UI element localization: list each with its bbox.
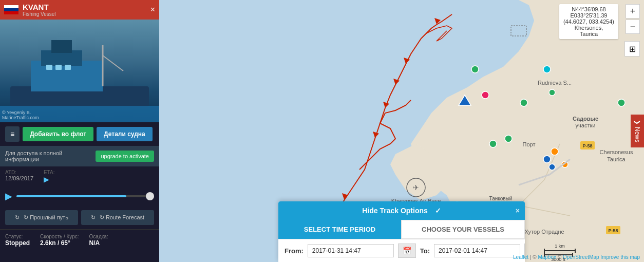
improve-map-link[interactable]: Improve this map: [600, 254, 640, 260]
vessel-info: KVANT Fishing Vessel: [23, 3, 146, 17]
menu-button[interactable]: ≡: [5, 126, 20, 142]
svg-point-41: [549, 164, 555, 170]
map-footer: Leaflet | © Mapbox © OpenStreetMap Impro…: [513, 254, 640, 260]
draft-item: Осадка: N/A: [89, 234, 108, 247]
status-value: Stopped: [5, 239, 30, 247]
svg-text:P-58: P-58: [608, 228, 618, 233]
vessel-image: © Yevgeniy B. MarineTraffic.com: [0, 20, 159, 122]
hide-track-check: ✓: [435, 207, 441, 215]
forecast-row: ↻ ↻ Прошлый путь ↻ ↻ Route Forecast: [0, 206, 159, 229]
tab-select-time-period[interactable]: SELECT TIME PERIOD: [278, 220, 401, 239]
svg-text:участки: участки: [576, 122, 596, 128]
status-row: Статус: Stopped Скорость / Курс: 2.6kn /…: [0, 229, 159, 251]
coord-line4: Khersones,: [563, 25, 614, 31]
svg-point-33: [549, 89, 555, 96]
svg-rect-3: [51, 40, 72, 53]
eta-item: ETA: ▶: [44, 170, 54, 183]
coord-line5: Taurica: [563, 31, 614, 37]
svg-text:✈: ✈: [413, 183, 419, 192]
ship-silhouette: [0, 30, 159, 122]
svg-text:Taurica: Taurica: [607, 156, 626, 162]
svg-text:1 km: 1 km: [555, 244, 565, 249]
atd-item: ATD: 12/09/2017: [5, 170, 33, 183]
draft-label: Осадка:: [89, 234, 108, 239]
past-route-button[interactable]: ↻ ↻ Прошлый путь: [5, 210, 78, 225]
svg-rect-9: [65, 65, 71, 70]
timeline-slider[interactable]: [16, 195, 154, 197]
map-layer-button[interactable]: ⊞: [624, 41, 640, 57]
news-button[interactable]: ❯ News: [631, 115, 644, 147]
news-chevron: ❯: [634, 120, 641, 125]
map-area[interactable]: P-58 P-58: [159, 0, 644, 262]
svg-text:Хутор Отрадне: Хутор Отрадне: [524, 229, 564, 235]
upgrade-text: Для доступа к полной информации: [5, 150, 90, 162]
voyage-row: ATD: 12/09/2017 ETA: ▶: [0, 166, 159, 186]
svg-text:P-58: P-58: [582, 143, 592, 148]
to-date-input[interactable]: [434, 244, 520, 257]
svg-point-32: [520, 99, 527, 106]
zoom-out-button[interactable]: −: [626, 20, 640, 34]
route-forecast-icon: ↻: [91, 214, 96, 221]
svg-text:Танковый: Танковый: [489, 196, 513, 201]
past-route-icon: ↻: [15, 214, 20, 221]
atd-value: 12/09/2017: [5, 175, 33, 181]
svg-text:Rudnieva S...: Rudnieva S...: [538, 80, 572, 86]
slider-fill: [16, 195, 126, 197]
from-calendar-button[interactable]: 📅: [398, 244, 416, 258]
route-forecast-label: ↻ Route Forecast: [100, 214, 144, 221]
mapbox-link[interactable]: Mapbox: [538, 254, 556, 260]
vessel-type: Fishing Vessel: [23, 11, 146, 17]
slider-thumb[interactable]: [146, 192, 154, 200]
draft-value: N/A: [89, 239, 108, 247]
coord-line3: (44.6027, 033.4254): [563, 18, 614, 25]
route-forecast-button[interactable]: ↻ ↻ Route Forecast: [81, 210, 154, 225]
zoom-in-button[interactable]: +: [626, 4, 640, 18]
svg-point-35: [543, 66, 551, 73]
svg-point-38: [482, 91, 489, 99]
svg-text:Chersonesus: Chersonesus: [600, 149, 633, 155]
svg-point-31: [505, 135, 512, 142]
osm-link[interactable]: OpenStreetMap: [563, 254, 599, 260]
add-fleet-button[interactable]: Добавить во флот: [23, 127, 93, 141]
upgrade-button[interactable]: upgrade to activate: [96, 151, 154, 162]
vessel-header: KVANT Fishing Vessel ×: [0, 0, 159, 20]
coord-line2: E033°25'31.39: [563, 12, 614, 18]
from-label: From:: [285, 247, 304, 255]
track-options-panel: Hide Track Options ✓ × SELECT TIME PERIO…: [278, 201, 525, 262]
tab-choose-vessels[interactable]: CHOOSE YOUR VESSELS: [401, 220, 525, 239]
svg-rect-7: [46, 65, 52, 70]
close-button[interactable]: ×: [150, 5, 155, 14]
hide-track-label: Hide Track Options: [362, 207, 428, 215]
vessel-panel: KVANT Fishing Vessel × © Yevgeniy: [0, 0, 159, 262]
svg-text:Садовые: Садовые: [573, 116, 598, 122]
svg-point-29: [471, 66, 479, 73]
speed-value: 2.6kn / 65°: [40, 239, 79, 247]
upgrade-banner: Для доступа к полной информации upgrade …: [0, 146, 159, 166]
from-date-input[interactable]: [308, 244, 394, 257]
speed-item: Скорость / Курс: 2.6kn / 65°: [40, 234, 79, 247]
timeline-slider-row: ▶: [0, 186, 159, 206]
svg-point-40: [543, 156, 551, 163]
russia-flag: [4, 5, 18, 14]
image-copyright: © Yevgeniy B. MarineTraffic.com: [2, 110, 39, 120]
vessel-actions: ≡ Добавить во флот Детали судна: [0, 122, 159, 146]
leaflet-link[interactable]: Leaflet: [513, 254, 528, 260]
svg-point-30: [489, 140, 497, 147]
vessel-details-button[interactable]: Детали судна: [97, 127, 153, 141]
coord-line1: N44°36'09.68: [563, 6, 614, 12]
svg-point-36: [551, 148, 558, 155]
vessel-name: KVANT: [23, 3, 146, 11]
speed-label: Скорость / Курс:: [40, 234, 79, 239]
zoom-controls: + −: [626, 4, 640, 34]
coordinate-display: N44°36'09.68 E033°25'31.39 (44.6027, 033…: [559, 4, 618, 39]
svg-text:Порт: Порт: [523, 141, 536, 147]
svg-point-34: [618, 99, 625, 106]
svg-point-13: [547, 55, 562, 63]
atd-label: ATD:: [5, 170, 33, 175]
svg-line-5: [103, 55, 123, 71]
hide-track-button[interactable]: Hide Track Options ✓ ×: [278, 201, 525, 220]
news-label: News: [634, 127, 641, 142]
panel-close-icon[interactable]: ×: [516, 207, 520, 215]
to-label: To:: [420, 247, 430, 255]
eta-value: ▶: [44, 175, 54, 183]
